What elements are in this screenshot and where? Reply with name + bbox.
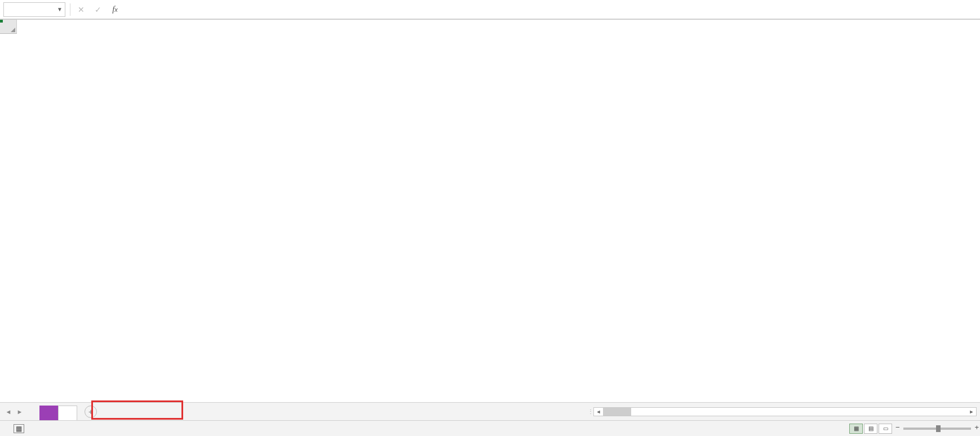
macro-record-icon[interactable]: ▦ (14, 424, 24, 433)
tab-prev-icon[interactable]: ◄ (3, 407, 14, 417)
view-mode-buttons: ▦ ▤ ▭ (849, 424, 892, 434)
chevron-down-icon[interactable]: ▼ (57, 6, 63, 12)
scroll-thumb[interactable] (603, 408, 631, 416)
sheet-tabs (39, 403, 77, 420)
tab-splitter-icon[interactable]: ⋮ (588, 403, 593, 420)
scroll-track[interactable] (603, 408, 967, 416)
name-box[interactable]: ▼ (3, 2, 65, 17)
sheet-tab-data-table[interactable] (58, 406, 77, 420)
spreadsheet-grid[interactable] (0, 19, 980, 402)
zoom-out-icon[interactable]: − (895, 423, 900, 431)
scroll-right-icon[interactable]: ► (967, 407, 976, 416)
add-sheet-button[interactable]: + (85, 406, 97, 418)
separator (70, 3, 70, 16)
zoom-slider[interactable]: − + (903, 428, 971, 430)
horizontal-scrollbar[interactable]: ◄ ► (593, 407, 977, 416)
enter-icon: ✓ (92, 3, 104, 16)
cancel-icon: ✕ (75, 3, 87, 16)
status-bar: ▦ ▦ ▤ ▭ − + (0, 420, 980, 436)
formula-input[interactable] (126, 2, 977, 17)
zoom-in-icon[interactable]: + (974, 423, 979, 431)
sheet-tab-bar: ◄ ► + ⋮ ◄ ► (0, 402, 980, 420)
view-normal-icon[interactable]: ▦ (849, 424, 863, 434)
scroll-left-icon[interactable]: ◄ (594, 407, 603, 416)
sheet-tab-macro[interactable] (39, 406, 59, 420)
tab-nav: ◄ ► (0, 407, 28, 417)
zoom-knob[interactable] (936, 425, 941, 432)
view-page-layout-icon[interactable]: ▤ (864, 424, 877, 434)
select-all-corner[interactable] (0, 20, 17, 34)
formula-bar: ▼ ✕ ✓ fx (0, 0, 980, 19)
annotation-highlight (91, 400, 183, 420)
tab-next-icon[interactable]: ► (15, 407, 25, 417)
view-page-break-icon[interactable]: ▭ (879, 424, 892, 434)
fx-icon[interactable]: fx (109, 3, 121, 16)
